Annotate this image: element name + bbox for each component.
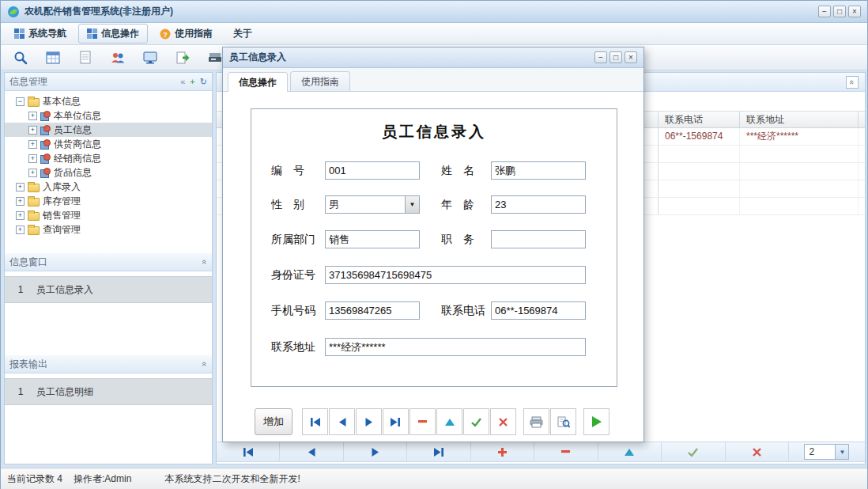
panel-header[interactable]: 报表输出 « [5,355,212,373]
expand-node-icon[interactable]: + [28,112,37,120]
expand-node-icon[interactable]: + [16,197,25,206]
dialog-minimize-button[interactable]: − [594,51,607,63]
pager-last-button[interactable] [407,442,470,461]
tab-info-operations[interactable]: 信息操作 [228,72,288,92]
tree-node-basic-info[interactable]: − 基本信息 [5,94,212,108]
page-size-select[interactable]: 2 ▼ [804,444,849,460]
list-item-employee-entry[interactable]: 1 员工信息录入 [5,276,212,303]
tree-node-label: 查询管理 [43,223,81,237]
collapse-main-panel-button[interactable]: « [846,76,859,89]
tree-node-sales-mgmt[interactable]: + 销售管理 [5,208,212,222]
tree-node-label: 入库录入 [43,180,81,194]
gender-select[interactable]: 男 ▼ [325,195,420,214]
statusbar: 当前记录数 4 操作者:Admin 本系统支持二次开发和全新开发! [1,468,867,489]
panel-add-icon[interactable]: + [190,77,194,86]
folder-icon [28,198,40,207]
add-button[interactable]: 增加 [255,408,292,435]
print-preview-button[interactable] [550,408,576,435]
expand-node-icon[interactable]: + [16,226,25,234]
titlebar: 农机配件销售管理系统(非注册用户) − □ × [1,1,867,23]
save-record-button[interactable] [463,408,489,435]
expand-node-icon[interactable]: + [28,154,37,163]
toolbar-table-button[interactable] [43,48,63,67]
panel-header[interactable]: 信息管理 « + ↻ [5,73,212,91]
department-input[interactable] [325,230,420,248]
menu-usage-guide[interactable]: ? 使用指南 [151,24,221,44]
tree-node-query-mgmt[interactable]: + 查询管理 [5,222,212,237]
pager-first-button[interactable] [217,442,280,461]
first-record-button[interactable] [302,408,328,435]
minimize-button[interactable]: − [818,6,831,17]
list-item-index: 1 [5,386,36,397]
printer-icon [530,416,543,428]
pager-next-button[interactable] [344,442,407,461]
name-input[interactable] [491,161,586,180]
toolbar-export-button[interactable] [172,48,193,67]
toolbar-search-button[interactable] [10,48,31,67]
tree-node-dealer-info[interactable]: + 经销商信息 [5,151,212,165]
expand-node-icon[interactable]: + [28,126,37,135]
expand-node-icon[interactable]: + [16,211,25,220]
panel-header[interactable]: 信息窗口 « [5,253,212,271]
menu-about[interactable]: 关于 [225,24,261,44]
collapse-node-icon[interactable]: − [16,97,25,106]
pager-edit-button[interactable] [598,442,662,461]
close-button[interactable]: × [848,6,861,17]
chevron-down-icon[interactable]: ▼ [835,445,848,459]
edit-record-button[interactable] [436,408,462,435]
last-record-button[interactable] [383,408,409,435]
cancel-record-button[interactable] [490,408,516,435]
mobile-label: 手机号码 [271,304,315,318]
check-icon [471,418,481,426]
tree-node-employee-info[interactable]: + 员工信息 [5,123,212,137]
next-record-button[interactable] [356,408,382,435]
pager-prev-button[interactable] [280,442,343,461]
delete-record-button[interactable] [409,408,436,435]
dialog-title: 员工信息录入 [229,51,286,64]
toolbar-document-button[interactable] [75,48,96,67]
position-label: 职 务 [441,233,474,247]
menu-info-operations[interactable]: 信息操作 [78,24,148,44]
grid-icon [14,28,25,39]
prev-record-button[interactable] [329,408,355,435]
tree-node-goods-info[interactable]: + 货品信息 [5,165,212,180]
dialog-close-button[interactable]: × [625,51,637,63]
address-input[interactable] [325,338,586,356]
code-input[interactable] [325,161,420,180]
collapse-panel-icon[interactable]: « [200,362,209,366]
dialog-maximize-button[interactable]: □ [609,51,622,63]
column-header-phone[interactable]: 联系电话 [658,112,740,128]
tree-node-inventory-mgmt[interactable]: + 库存管理 [5,194,212,208]
pager-post-button[interactable] [662,442,725,461]
expand-node-icon[interactable]: + [28,140,37,149]
position-input[interactable] [491,230,586,248]
toolbar-monitor-button[interactable] [140,48,160,67]
age-input[interactable] [491,195,586,214]
maximize-button[interactable]: □ [833,6,846,17]
phone-input[interactable] [491,301,586,320]
list-item-employee-detail[interactable]: 1 员工信息明细 [5,378,212,405]
tab-usage-guide[interactable]: 使用指南 [290,71,350,91]
expand-node-icon[interactable]: + [28,169,37,177]
collapse-panel-icon[interactable]: « [200,260,209,264]
menu-system-navigation[interactable]: 系统导航 [6,24,75,44]
dialog-titlebar[interactable]: 员工信息录入 − □ × [223,47,643,68]
chevron-down-icon[interactable]: ▼ [405,196,419,213]
run-button[interactable] [583,408,609,435]
column-header-address[interactable]: 联系地址 [740,112,859,128]
tree-node-inbound-entry[interactable]: + 入库录入 [5,180,212,194]
grid-icon [87,28,97,39]
panel-collapse-icon[interactable]: « [180,77,185,86]
expand-node-icon[interactable]: + [16,183,25,191]
cell-address: ***经济****** [740,128,859,145]
mobile-input[interactable] [325,301,420,320]
pager-insert-button[interactable] [471,442,534,461]
print-button[interactable] [523,408,549,435]
tree-node-supplier-info[interactable]: + 供货商信息 [5,137,212,151]
panel-refresh-icon[interactable]: ↻ [200,77,207,87]
tree-node-unit-info[interactable]: + 本单位信息 [5,108,212,123]
pager-cancel-button[interactable] [726,442,789,461]
pager-delete-button[interactable] [534,442,598,461]
id-number-input[interactable] [325,266,586,284]
toolbar-users-button[interactable] [108,48,128,67]
